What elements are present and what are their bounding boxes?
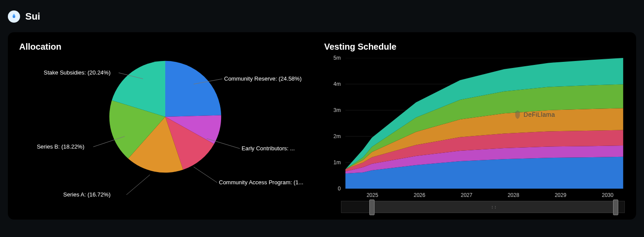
svg-line-4 bbox=[93, 136, 125, 147]
time-brush[interactable]: ⋮⋮ bbox=[341, 201, 625, 213]
ytick-5m: 5m bbox=[329, 55, 341, 61]
vesting-title: Vesting Schedule bbox=[324, 42, 625, 52]
ytick-2m: 2m bbox=[329, 133, 341, 139]
xtick-2028: 2028 bbox=[508, 192, 519, 198]
xtick-2025: 2025 bbox=[367, 192, 378, 198]
sui-logo-icon bbox=[8, 10, 20, 23]
ytick-4m: 4m bbox=[329, 81, 341, 87]
pie-label-community-access: Community Access Program: (1... bbox=[219, 179, 303, 186]
pie-label-series-b: Series B: (18.22%) bbox=[37, 143, 84, 150]
pie-label-stake-subsidies: Stake Subsidies: (20.24%) bbox=[44, 69, 110, 76]
brush-handle-left[interactable] bbox=[369, 200, 375, 215]
vesting-section: Vesting Schedule 5m 4m 3m 2m 1m 0 2025 2… bbox=[324, 42, 625, 208]
vesting-chart[interactable]: 5m 4m 3m 2m 1m 0 2025 2026 2027 2028 202… bbox=[329, 58, 625, 189]
brush-grip-icon: ⋮⋮ bbox=[491, 205, 497, 209]
xtick-2026: 2026 bbox=[414, 192, 426, 198]
svg-line-2 bbox=[194, 167, 217, 183]
page-header: Sui bbox=[0, 0, 644, 26]
charts-panel: Allocation Community Reserve: (24.58%) E… bbox=[8, 32, 636, 220]
xtick-2029: 2029 bbox=[555, 192, 566, 198]
allocation-title: Allocation bbox=[19, 42, 320, 52]
allocation-chart[interactable]: Community Reserve: (24.58%) Early Contri… bbox=[19, 58, 320, 206]
svg-line-0 bbox=[194, 79, 222, 84]
svg-line-1 bbox=[207, 139, 240, 149]
svg-line-3 bbox=[126, 175, 150, 195]
page-title: Sui bbox=[25, 11, 40, 22]
ytick-3m: 3m bbox=[329, 107, 341, 113]
pie-label-community-reserve: Community Reserve: (24.58%) bbox=[224, 75, 302, 82]
ytick-1m: 1m bbox=[329, 159, 341, 166]
pie-label-early-contributors: Early Contributors: ... bbox=[242, 145, 295, 152]
brush-selection[interactable]: ⋮⋮ bbox=[372, 201, 616, 213]
xtick-2030: 2030 bbox=[602, 192, 613, 198]
pie-label-series-a: Series A: (16.72%) bbox=[63, 191, 110, 198]
allocation-section: Allocation Community Reserve: (24.58%) E… bbox=[19, 42, 320, 208]
xtick-2027: 2027 bbox=[461, 192, 473, 198]
brush-handle-right[interactable] bbox=[613, 200, 618, 215]
ytick-0: 0 bbox=[329, 186, 341, 192]
svg-line-5 bbox=[119, 73, 143, 79]
